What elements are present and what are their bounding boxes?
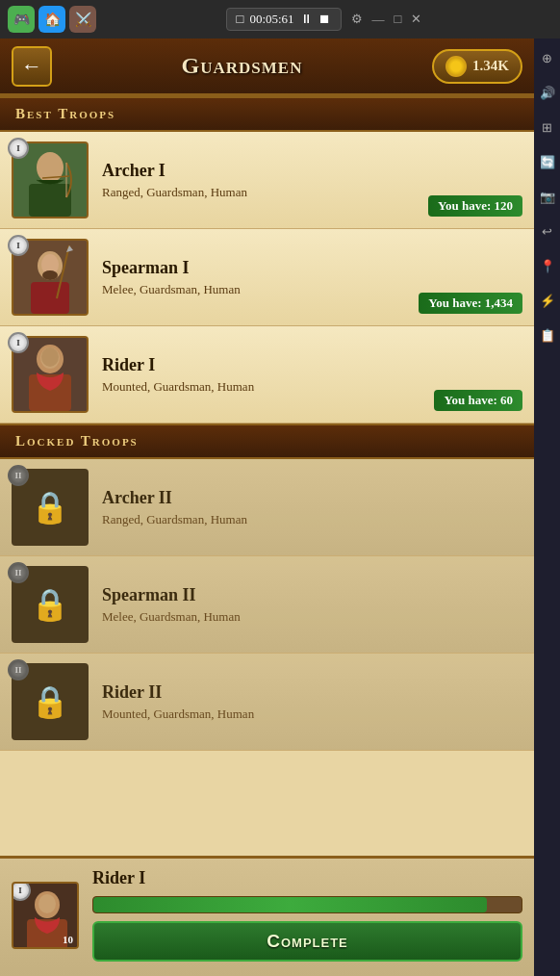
bottom-avatar-level-badge: I: [12, 882, 31, 901]
archer-2-name: Archer II: [102, 488, 522, 508]
complete-button[interactable]: Complete: [92, 921, 522, 962]
troop-item-archer-1[interactable]: I Archer I Ranged, Guardsman, Human You …: [0, 132, 534, 229]
archer-2-level-badge: II: [8, 465, 29, 486]
spearman-2-name: Spearman II: [102, 585, 522, 605]
svg-rect-8: [31, 282, 69, 314]
lock-icon-archer-2: 🔒: [31, 489, 69, 526]
svg-rect-2: [29, 184, 71, 217]
archer-1-name: Archer I: [102, 161, 522, 181]
coin-badge: 1.34K: [432, 49, 522, 84]
spearman-1-level-badge: I: [8, 235, 29, 256]
archer-1-avatar-wrapper: I: [12, 141, 89, 218]
os-icon-green[interactable]: 🎮: [8, 6, 35, 33]
stop-icon[interactable]: ⏹: [318, 12, 331, 27]
progress-bar-background: [92, 896, 522, 913]
screen-icon: □: [237, 12, 244, 27]
archer-2-info: Archer II Ranged, Guardsman, Human: [102, 488, 522, 527]
os-icon-brown[interactable]: ⚔️: [69, 6, 96, 33]
lock-icon-spearman-2: 🔒: [31, 586, 69, 623]
rider-1-info: Rider I Mounted, Guardsman, Human: [102, 355, 522, 395]
sidebar-btn-3[interactable]: ⊞: [537, 117, 558, 139]
bottom-panel: I 10 Rider I Complete: [0, 856, 534, 976]
locked-troops-label: Locked Troops: [15, 433, 139, 449]
spearman-2-tags: Melee, Guardsman, Human: [102, 609, 522, 625]
spearman-2-info: Spearman II Melee, Guardsman, Human: [102, 585, 522, 625]
svg-point-21: [38, 894, 56, 913]
coin-icon: [445, 56, 467, 77]
rider-2-name: Rider II: [102, 682, 522, 703]
game-header: ← Guardsmen 1.34K: [0, 39, 534, 96]
sidebar-btn-5[interactable]: 📷: [537, 187, 558, 208]
spearman-2-level-badge: II: [8, 562, 29, 583]
archer-2-avatar-wrapper: 🔒 II: [12, 469, 89, 546]
troop-item-archer-2: 🔒 II Archer II Ranged, Guardsman, Human: [0, 459, 534, 556]
os-bar-left: 🎮 🏠 ⚔️: [8, 6, 96, 33]
os-bar: 🎮 🏠 ⚔️ □ 00:05:61 ⏸ ⏹ ⚙ — □ ✕: [0, 0, 560, 39]
svg-point-17: [41, 347, 59, 367]
best-troops-header: Best Troops: [0, 96, 534, 132]
bottom-troop-title: Rider I: [92, 868, 522, 888]
rider-2-avatar-wrapper: 🔒 II: [12, 663, 89, 740]
content-area: Best Troops: [0, 96, 534, 976]
sidebar-btn-2[interactable]: 🔊: [537, 83, 558, 104]
timer-value: 00:05:61: [249, 12, 293, 27]
rider-2-info: Rider II Mounted, Guardsman, Human: [102, 682, 522, 722]
lock-icon-rider-2: 🔒: [31, 683, 69, 720]
spearman-1-name: Spearman I: [102, 258, 522, 278]
maximize-icon[interactable]: □: [395, 12, 402, 27]
bottom-right-panel: Rider I Complete: [92, 868, 522, 962]
rider-1-avatar-wrapper: I: [12, 336, 89, 413]
rider-2-level-badge: II: [8, 659, 29, 681]
troop-item-rider-2: 🔒 II Rider II Mounted, Guardsman, Human: [0, 654, 534, 751]
sidebar-btn-8[interactable]: ⚡: [537, 291, 558, 312]
right-sidebar: ⊕ 🔊 ⊞ 🔄 📷 ↩ 📍 ⚡ 📋: [534, 39, 560, 976]
back-button[interactable]: ←: [12, 46, 52, 87]
page-title: Guardsmen: [182, 53, 303, 79]
archer-2-tags: Ranged, Guardsman, Human: [102, 512, 522, 527]
os-bar-center: □ 00:05:61 ⏸ ⏹ ⚙ — □ ✕: [226, 8, 422, 31]
rider-1-count: You have: 60: [434, 390, 522, 411]
progress-bar-fill: [93, 897, 487, 912]
os-icon-blue[interactable]: 🏠: [38, 6, 65, 33]
sidebar-btn-6[interactable]: ↩: [537, 221, 558, 243]
minimize-icon[interactable]: —: [372, 12, 385, 27]
spearman-1-count: You have: 1,434: [419, 293, 522, 314]
troop-item-spearman-1[interactable]: I Spearman I Melee, Guardsman, Human You…: [0, 229, 534, 326]
locked-troops-header: Locked Troops: [0, 424, 534, 459]
sidebar-btn-4[interactable]: 🔄: [537, 152, 558, 173]
rider-1-name: Rider I: [102, 355, 522, 375]
rider-1-level-badge: I: [8, 332, 29, 353]
settings-icon[interactable]: ⚙: [351, 12, 363, 27]
coin-amount: 1.34K: [472, 58, 509, 74]
svg-point-3: [40, 155, 60, 178]
pause-icon[interactable]: ⏸: [300, 12, 313, 27]
spearman-1-info: Spearman I Melee, Guardsman, Human: [102, 258, 522, 297]
troop-item-rider-1[interactable]: I Rider I Mounted, Guardsman, Human You …: [0, 326, 534, 424]
archer-1-level-badge: I: [8, 138, 29, 159]
spearman-2-avatar-wrapper: 🔒 II: [12, 566, 89, 643]
troop-item-spearman-2: 🔒 II Spearman II Melee, Guardsman, Human: [0, 556, 534, 654]
bottom-avatar-count: 10: [63, 934, 73, 945]
game-area: ← Guardsmen 1.34K Best Troops: [0, 39, 534, 976]
os-timer[interactable]: □ 00:05:61 ⏸ ⏹: [226, 8, 342, 31]
rider-2-tags: Mounted, Guardsman, Human: [102, 706, 522, 722]
best-troops-label: Best Troops: [15, 106, 115, 121]
archer-1-count: You have: 120: [428, 195, 522, 217]
sidebar-btn-1[interactable]: ⊕: [537, 48, 558, 69]
spearman-1-avatar-wrapper: I: [12, 239, 89, 316]
sidebar-btn-7[interactable]: 📍: [537, 256, 558, 277]
sidebar-btn-9[interactable]: 📋: [537, 325, 558, 347]
close-icon[interactable]: ✕: [411, 12, 421, 27]
svg-point-10: [42, 270, 58, 280]
bottom-avatar: I 10: [12, 882, 79, 949]
archer-1-info: Archer I Ranged, Guardsman, Human: [102, 161, 522, 200]
